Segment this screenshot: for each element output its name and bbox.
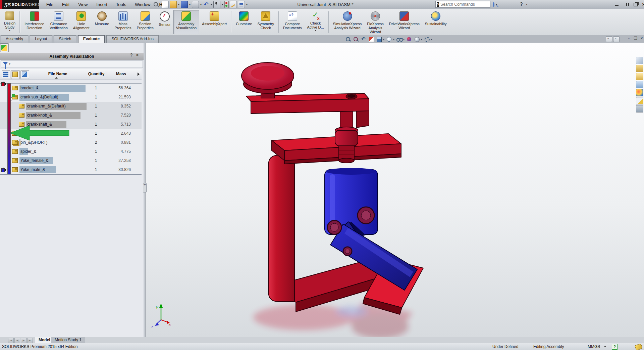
- ribbon-sep-3[interactable]: ▾: [278, 11, 279, 33]
- assembly-view-toggle[interactable]: [20, 70, 29, 79]
- edit-appearance-icon[interactable]: [406, 36, 412, 42]
- tab-solidworks-add-ins[interactable]: SOLIDWORKS Add-Ins: [106, 35, 158, 43]
- dropdown-caret-icon[interactable]: ▾: [421, 38, 422, 41]
- tab-motion-study-1[interactable]: Motion Study 1: [51, 337, 85, 343]
- crank-shaft-part[interactable]: [335, 111, 358, 163]
- dropdown-caret-icon[interactable]: ▾: [246, 3, 248, 6]
- splitter-handle[interactable]: ◂▸: [143, 183, 147, 192]
- doc-close-icon[interactable]: ×: [639, 36, 644, 41]
- restore-button[interactable]: [632, 2, 639, 7]
- tag-icon[interactable]: [635, 343, 643, 350]
- ribbon-sep-2[interactable]: ▾: [231, 11, 232, 33]
- dropdown-caret-icon[interactable]: ▾: [178, 3, 179, 6]
- filter-icon[interactable]: [3, 62, 8, 65]
- ribbon-sep-4[interactable]: ▾: [328, 11, 329, 33]
- ribbon-floxpress[interactable]: FloXpress Analysis Wizard ▾: [364, 10, 386, 34]
- tab-assembly[interactable]: Assembly: [1, 35, 28, 43]
- design-library-icon[interactable]: [636, 65, 643, 72]
- solidworks-resources-icon[interactable]: [636, 57, 643, 64]
- hide-show-items-icon[interactable]: [396, 36, 402, 42]
- dropdown-caret-icon[interactable]: ▾: [383, 38, 384, 41]
- save-document-button[interactable]: [181, 1, 188, 8]
- help-button[interactable]: ?: [520, 1, 523, 7]
- ribbon-sensor[interactable]: Sensor ▾: [156, 10, 173, 34]
- doc-restore-icon[interactable]: ❐: [633, 36, 639, 41]
- view-settings-icon[interactable]: [424, 36, 430, 42]
- ribbon-sustainability[interactable]: Sustainability ▾: [422, 10, 449, 34]
- value-bars-toggle[interactable]: [2, 70, 10, 79]
- print-document-button[interactable]: [192, 1, 199, 8]
- dropdown-caret-icon[interactable]: ▾: [431, 38, 432, 41]
- search-box[interactable]: S ▾: [435, 1, 490, 8]
- table-row-crank-shaft[interactable]: – crank-shaft_& 1 5.713: [0, 120, 142, 129]
- ribbon-sep-1[interactable]: ▾: [19, 11, 20, 33]
- collapse-panel-icon[interactable]: [613, 36, 620, 42]
- zoom-to-area-icon[interactable]: [353, 36, 359, 42]
- table-row-yoke-male[interactable]: – Yoke_male_& 1 30.826: [0, 165, 142, 174]
- options-list-button[interactable]: [238, 1, 245, 8]
- units-caret-icon[interactable]: [604, 346, 606, 347]
- previous-view-icon[interactable]: [361, 36, 367, 42]
- new-document-button[interactable]: [162, 1, 169, 8]
- open-document-button[interactable]: [170, 1, 177, 8]
- nav-next-icon[interactable]: ▶: [21, 338, 26, 343]
- ribbon-mass-properties[interactable]: Mass Properties ▾: [112, 10, 134, 34]
- column-file-name[interactable]: File Name: [32, 69, 83, 80]
- rebuild-stoplight-button[interactable]: [224, 1, 229, 8]
- tab-layout[interactable]: Layout: [30, 35, 52, 43]
- table-row-crank-arm[interactable]: – crank-arm_&(Default) 1 8.352: [0, 102, 142, 111]
- menu-1[interactable]: Edit: [58, 0, 74, 9]
- crank-knob-part[interactable]: [241, 62, 294, 98]
- dropdown-caret-icon[interactable]: ▾: [189, 3, 191, 6]
- ribbon-simulationxpress[interactable]: SimulationXpress Analysis Wizard ▾: [330, 10, 365, 34]
- nav-first-icon[interactable]: |◀: [8, 338, 14, 343]
- nav-last-icon[interactable]: ▶|: [27, 338, 33, 343]
- filter-caret-icon[interactable]: ▾: [9, 62, 10, 65]
- ribbon-section-properties[interactable]: Section Properties ▾: [134, 10, 156, 34]
- solidworks-forum-icon[interactable]: [636, 105, 643, 113]
- tab-sketch[interactable]: Sketch: [54, 35, 76, 43]
- dropdown-caret-icon[interactable]: ▾: [211, 3, 212, 6]
- ribbon-measure[interactable]: Measure ▾: [92, 10, 112, 34]
- appearances-scenes-icon[interactable]: [636, 89, 643, 96]
- help-caret-icon[interactable]: ▾: [526, 3, 527, 6]
- doc-minimize-icon[interactable]: ▫: [626, 36, 632, 41]
- ribbon-check-active[interactable]: Check Active D... ▾: [305, 10, 327, 34]
- appearance-editor-button[interactable]: [230, 1, 237, 8]
- ribbon-curvature[interactable]: Curvature ▾: [233, 10, 255, 34]
- more-columns-icon[interactable]: [138, 73, 140, 76]
- menu-0[interactable]: File: [42, 0, 58, 9]
- display-style-icon[interactable]: [386, 36, 392, 42]
- dropdown-caret-icon[interactable]: ▾: [222, 3, 223, 6]
- panel-close-icon[interactable]: ×: [136, 53, 141, 59]
- zoom-to-fit-icon[interactable]: [345, 36, 351, 42]
- tab-evaluate[interactable]: Evaluate: [78, 35, 105, 43]
- gradient-slider-bottom[interactable]: [3, 168, 7, 172]
- ribbon-assembly-visualization[interactable]: Assembly Visualization ▾: [173, 10, 200, 34]
- collapse-button[interactable]: [623, 2, 630, 7]
- quick-tips-icon[interactable]: ?: [612, 344, 618, 350]
- column-mass[interactable]: Mass: [107, 69, 135, 80]
- apply-scene-icon[interactable]: [414, 36, 420, 42]
- dropdown-caret-icon[interactable]: ▾: [9, 29, 10, 32]
- model-canvas[interactable]: Y X Z: [145, 43, 644, 337]
- table-row-yoke-female[interactable]: – Yoke_female_& 1 27.253: [0, 156, 142, 165]
- table-row-pin[interactable]: – pin_&(SHORT) 2 0.881: [0, 138, 142, 147]
- search-input[interactable]: [440, 2, 493, 7]
- menu-2[interactable]: View: [74, 0, 92, 9]
- table-row-crank-knob[interactable]: – crank-knob_& 1 7.528: [0, 111, 142, 120]
- table-row-hidden-row[interactable]: – 1 2.643: [0, 129, 142, 138]
- view-orientation-icon[interactable]: [376, 36, 382, 42]
- ribbon-driveworksxpress[interactable]: DriveWorksXpress Wizard ▾: [386, 10, 422, 34]
- menu-3[interactable]: Insert: [92, 0, 112, 9]
- section-view-icon[interactable]: [368, 36, 374, 42]
- ribbon-compare-documents[interactable]: Compare Documents ▾: [280, 10, 305, 34]
- search-icon[interactable]: [493, 2, 494, 7]
- menu-5[interactable]: Window: [130, 0, 155, 9]
- dropdown-caret-icon[interactable]: ▾: [200, 3, 202, 6]
- dropdown-caret-icon[interactable]: ▾: [315, 29, 316, 32]
- pin-menu-icon[interactable]: [154, 2, 158, 6]
- table-row-crank-sub[interactable]: – crank sub_&(Default) 1 21.593: [0, 93, 142, 102]
- file-explorer-icon[interactable]: [636, 73, 643, 80]
- ribbon-design-study[interactable]: Design Study ▾: [1, 10, 18, 34]
